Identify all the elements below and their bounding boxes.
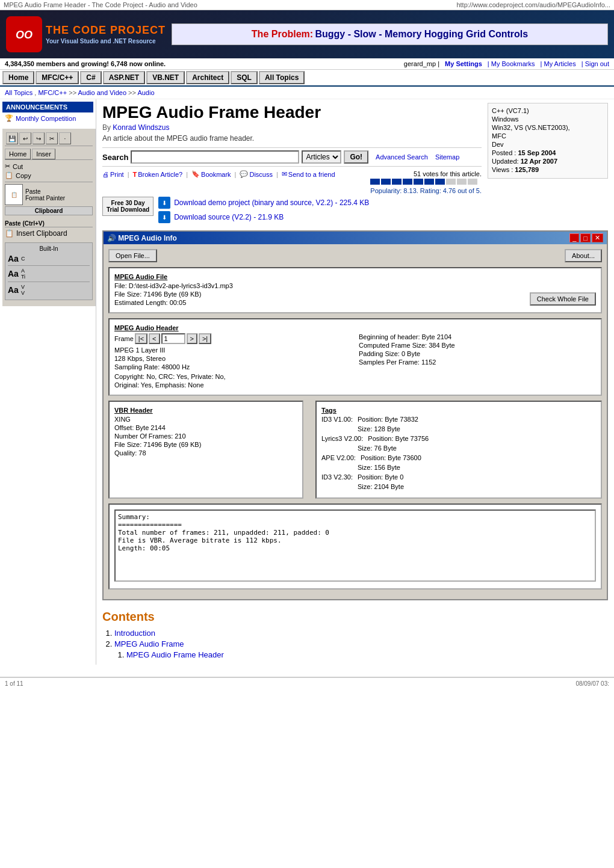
mpeg-file-path: File: D:\test-id3v2-ape-lyrics3-id3v1.mp…: [114, 282, 596, 289]
app-close-btn[interactable]: ✕: [592, 233, 603, 242]
intro-link[interactable]: Introduction: [114, 629, 155, 638]
meta-panel: C++ (VC7.1) Windows Win32, VS (VS.NET200…: [488, 103, 608, 179]
frame-first-btn[interactable]: |<: [135, 333, 147, 344]
app-maximize-btn[interactable]: □: [580, 233, 591, 242]
frame-next-btn[interactable]: >: [187, 333, 197, 344]
computed-field: Computed Frame Size: 384 Byte: [359, 342, 596, 349]
frame-header-link[interactable]: MPEG Audio Frame Header: [126, 650, 224, 659]
app-nav-items: Home Inser: [5, 149, 93, 160]
summary-textarea[interactable]: Summary: ================ Total number o…: [114, 509, 596, 582]
user-links: gerard_mp | My Settings | My Bookmarks |…: [404, 60, 609, 67]
contents-sub-item-1: MPEG Audio Frame Header: [126, 650, 608, 659]
sidebar-item-monthly-competition[interactable]: 🏆 Monthly Competition: [2, 112, 93, 124]
by-label: By: [102, 123, 111, 132]
updated-label: Updated:: [492, 158, 519, 165]
mpeg-frame-link[interactable]: MPEG Audio Frame: [114, 639, 184, 648]
broken-article-link[interactable]: T Broken Article?: [132, 171, 182, 178]
breadcrumb-audio-video[interactable]: Audio and Video: [78, 89, 127, 96]
mpeg-left-col: Frame |< < > >| MPEG 1 Layer III 128 Kbp…: [114, 333, 352, 390]
nav-architect[interactable]: Architect: [186, 71, 229, 84]
check-whole-btn[interactable]: Check Whole File: [530, 292, 596, 306]
summary-section: Summary: ================ Total number o…: [108, 503, 602, 589]
open-file-btn[interactable]: Open File...: [108, 249, 157, 262]
toolbar-btn-4[interactable]: ✂: [46, 132, 58, 144]
bookmark-link[interactable]: 🔖 Bookmark: [191, 170, 231, 178]
author-link[interactable]: Konrad Windszus: [113, 123, 169, 132]
contents-section: Contents Introduction MPEG Audio Frame M…: [102, 610, 608, 659]
search-type-select[interactable]: Articles Forum: [302, 150, 341, 164]
logo-icon: OO: [6, 16, 42, 52]
id3v100-label: ID3 V1.00:: [321, 416, 353, 423]
toolbar-btn-2[interactable]: ↩: [19, 132, 31, 144]
mpeg-right-col: Beginning of header: Byte 2104 Computed …: [359, 333, 596, 390]
toolbar-btn-3[interactable]: ↪: [33, 132, 45, 144]
frame-last-btn[interactable]: >|: [199, 333, 211, 344]
app-nav-home[interactable]: Home: [5, 149, 31, 159]
id3v100-size-row: Size: 128 Byte: [358, 425, 596, 432]
breadcrumb-mfc[interactable]: MFC/C++: [38, 89, 67, 96]
font-demo-row-2: Aa ATi: [8, 268, 90, 280]
frame-prev-btn[interactable]: <: [149, 333, 160, 344]
app-minimize-btn[interactable]: _: [569, 233, 579, 242]
download-source-link[interactable]: ⬇ Download source (V2.2) - 21.9 KB: [158, 211, 369, 223]
copy-label: Copy: [16, 172, 31, 179]
announcements-section: ANNOUNCEMENTS 🏆 Monthly Competition: [2, 102, 93, 124]
search-input[interactable]: [131, 150, 299, 164]
vbr-title: VBR Header: [114, 407, 297, 414]
nav-csharp[interactable]: C#: [80, 71, 101, 84]
member-bar: 4,384,350 members and growing! 6,748 now…: [0, 58, 614, 70]
site-stats: 4,384,350 members and growing! 6,748 now…: [5, 60, 166, 67]
print-link[interactable]: 🖨 Print: [102, 171, 124, 178]
page-layout: ANNOUNCEMENTS 🏆 Monthly Competition 💾 ↩ …: [0, 99, 614, 665]
discuss-link[interactable]: 💬 Discuss: [240, 170, 273, 178]
frame-input[interactable]: [161, 333, 185, 344]
font-demo-labels-3: VV: [21, 284, 25, 296]
advanced-search-link[interactable]: Advanced Search: [376, 153, 428, 161]
logo-area[interactable]: OO THE CODE PROJECT Your Visual Studio a…: [6, 16, 166, 52]
my-articles-link[interactable]: | My Articles: [541, 60, 576, 67]
about-btn[interactable]: About...: [565, 249, 602, 262]
insert-clipboard-option[interactable]: 📋 Insert Clipboard: [5, 229, 93, 238]
sign-out-link[interactable]: | Sign out: [581, 60, 609, 67]
nav-vbnet[interactable]: VB.NET: [146, 71, 185, 84]
app-nav-insert[interactable]: Inser: [32, 149, 55, 159]
send-to-friend-link[interactable]: ✉ Send to a friend: [282, 170, 335, 178]
nav-all-topics[interactable]: All Topics: [259, 71, 305, 84]
my-bookmarks-link[interactable]: | My Bookmarks: [488, 60, 535, 67]
toolbar-btn-5[interactable]: ·: [59, 132, 71, 144]
navigation-bar: Home MFC/C++ C# ASP.NET VB.NET Architect…: [0, 70, 614, 87]
tags-title: Tags: [321, 407, 596, 414]
apev200-pos: Position: Byte 73600: [361, 454, 421, 461]
quality-field: Quality: 78: [114, 449, 297, 457]
sitemap-link[interactable]: Sitemap: [435, 153, 459, 161]
banner-problem: The Problem:: [252, 29, 313, 39]
paste-section: ✂ Cut 📋 Copy 📋 Paste Format Painter Cl: [5, 162, 93, 215]
cut-option[interactable]: ✂ Cut: [5, 162, 93, 170]
toolbar-btn-1[interactable]: 💾: [6, 132, 18, 144]
nav-mfc[interactable]: MFC/C++: [36, 71, 79, 84]
app-window-icon: 🔊: [107, 234, 116, 242]
banner-advertisement[interactable]: The Problem: Buggy - Slow - Memory Hoggi…: [172, 23, 608, 45]
nav-home[interactable]: Home: [2, 71, 34, 84]
main-content: C++ (VC7.1) Windows Win32, VS (VS.NET200…: [96, 99, 614, 665]
file-size-estimated: File Size: 71496 Byte (69 KB) Estimated …: [114, 291, 201, 307]
my-settings-link[interactable]: My Settings: [445, 60, 482, 67]
search-go-button[interactable]: Go!: [344, 150, 368, 164]
breadcrumb-audio[interactable]: Audio: [137, 89, 154, 96]
meta-updated: Updated: 12 Apr 2007: [492, 158, 604, 165]
breadcrumb-all-topics[interactable]: All Topics: [5, 89, 33, 96]
paste-icon-large[interactable]: 📋: [5, 184, 23, 205]
nav-sql[interactable]: SQL: [231, 71, 258, 84]
download-source-icon: ⬇: [158, 211, 170, 223]
meta-os: Windows: [492, 115, 604, 123]
download-demo-link[interactable]: ⬇ Download demo project (binary and sour…: [158, 197, 369, 209]
broken-label: Broken Article?: [138, 171, 182, 178]
article-toolbar: 🖨 Print | T Broken Article? | 🔖 Bookmark…: [102, 170, 370, 178]
font-demo-row-1: Aa C: [8, 254, 90, 263]
meta-posted: Posted : 15 Sep 2004: [492, 149, 604, 156]
copy-option[interactable]: 📋 Copy: [5, 171, 93, 179]
mpeg-info-2: 128 Kbps, Stereo: [114, 355, 352, 362]
nav-aspnet[interactable]: ASP.NET: [103, 71, 145, 84]
id3v230-size: Size: 2104 Byte: [358, 483, 404, 490]
lyrics3v200-pos: Position: Byte 73756: [368, 435, 429, 442]
